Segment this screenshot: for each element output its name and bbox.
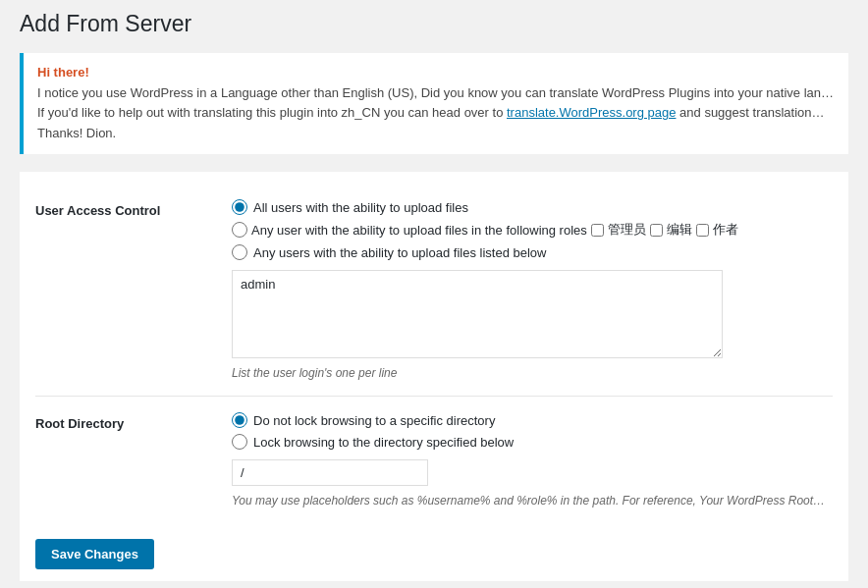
content-area: User Access Control All users with the a… xyxy=(20,172,848,581)
radio-listed-label: Any users with the ability to upload fil… xyxy=(253,245,546,260)
root-directory-content: Do not lock browsing to a specific direc… xyxy=(232,412,833,508)
radio-all-users[interactable] xyxy=(232,199,247,215)
user-access-label: User Access Control xyxy=(35,199,232,218)
user-access-content: All users with the ability to upload fil… xyxy=(232,199,833,380)
radio-no-lock-input[interactable] xyxy=(232,412,247,428)
notice-line2-before: If you'd like to help out with translati… xyxy=(37,105,507,120)
radio-option-listed[interactable]: Any users with the ability to upload fil… xyxy=(232,244,833,260)
checkbox-admin-role[interactable] xyxy=(591,224,604,237)
radio-lock[interactable]: Lock browsing to the directory specified… xyxy=(232,434,833,450)
checkbox-editor-role[interactable] xyxy=(650,224,663,237)
translate-link[interactable]: translate.WordPress.org page xyxy=(507,105,676,120)
notice-line1: I notice you use WordPress in a Language… xyxy=(37,85,834,100)
path-input[interactable] xyxy=(232,459,428,486)
notice-line3: Thanks! Dion. xyxy=(37,126,116,140)
root-directory-row: Root Directory Do not lock browsing to a… xyxy=(35,396,833,523)
radio-listed[interactable] xyxy=(232,244,247,260)
users-hint: List the user login's one per line xyxy=(232,366,833,380)
radio-lock-input[interactable] xyxy=(232,434,247,450)
role-editor: 编辑 xyxy=(667,221,692,239)
page-title: Add From Server xyxy=(20,10,848,39)
page-wrap: Add From Server Hi there! I notice you u… xyxy=(0,0,868,588)
users-textarea[interactable]: admin xyxy=(232,270,723,358)
radio-no-lock-label: Do not lock browsing to a specific direc… xyxy=(253,413,495,428)
role-admin: 管理员 xyxy=(608,221,646,239)
radio-option-roles[interactable]: Any user with the ability to upload file… xyxy=(232,221,833,239)
checkbox-author-role[interactable] xyxy=(696,224,709,237)
root-directory-label: Root Directory xyxy=(35,412,232,431)
path-hint: You may use placeholders such as %userna… xyxy=(232,494,833,508)
radio-option-all-users[interactable]: All users with the ability to upload fil… xyxy=(232,199,833,215)
notice-greeting: Hi there! xyxy=(37,65,89,80)
radio-lock-label: Lock browsing to the directory specified… xyxy=(253,435,514,450)
notice-box: Hi there! I notice you use WordPress in … xyxy=(20,53,848,154)
user-access-row: User Access Control All users with the a… xyxy=(35,184,833,396)
save-changes-button[interactable]: Save Changes xyxy=(35,539,154,569)
radio-roles[interactable] xyxy=(232,222,247,238)
radio-no-lock[interactable]: Do not lock browsing to a specific direc… xyxy=(232,412,833,428)
role-author: 作者 xyxy=(713,221,738,239)
notice-line2-after: and suggest translation… xyxy=(676,105,824,120)
radio-all-users-label: All users with the ability to upload fil… xyxy=(253,200,468,215)
radio-roles-label: Any user with the ability to upload file… xyxy=(251,223,587,238)
